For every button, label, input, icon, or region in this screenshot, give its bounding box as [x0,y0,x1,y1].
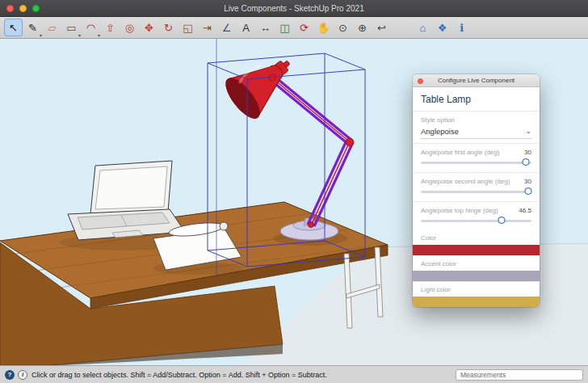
titlebar: Live Components - SketchUp Pro 2021 [0,0,588,17]
push-pull-icon: ⇧ [106,23,115,33]
lamp-elbow-hinge [346,138,354,146]
section-plane-icon: ◫ [279,23,289,33]
3d-warehouse-icon: ⌂ [420,23,426,33]
configure-live-component-panel: Configure Live Component Table Lamp Styl… [413,74,540,307]
protractor-icon: ∠ [222,23,232,33]
eraser-icon: ▱ [48,23,57,33]
zoom-extents-icon: ⊕ [358,23,367,33]
slider-row-1: Anglepoise second angle (deg)30 [413,173,540,202]
window-title: Live Components - SketchUp Pro 2021 [224,4,363,13]
style-option-row: Style option Anglepoise ⌄ [413,112,540,144]
model-canvas[interactable]: Configure Live Component Table Lamp Styl… [0,39,588,365]
lamp-base-hinge [309,222,314,228]
tape-measure-tool[interactable]: ⇥ [198,19,216,36]
orbit-tool[interactable]: ⟳ [295,19,313,36]
color-swatch[interactable] [413,297,540,307]
slider-thumb[interactable] [498,217,506,224]
shapes-icon: ▭ [66,23,76,33]
section-plane-tool[interactable]: ◫ [275,19,294,36]
extension-warehouse-icon: ❖ [438,23,447,33]
extension-warehouse-button[interactable]: ❖ [433,19,452,36]
style-option-select[interactable]: Anglepoise ⌄ [421,124,531,139]
status-icons: ?i [5,370,27,380]
slider-label: Anglepoise top hinge (deg) [421,207,498,214]
slider-value: 30 [524,178,531,185]
panel-sliders: Anglepoise first angle (deg)30Anglepoise… [413,144,540,230]
arc-icon: ◠ [86,23,95,33]
zoom-icon: ⊙ [338,23,347,33]
window-controls [6,5,40,12]
slider-track[interactable] [421,220,531,222]
status-hint: Click or drag to select objects. Shift =… [32,371,327,379]
offset-tool[interactable]: ◎ [120,19,139,36]
panel-colors: ColorAccent colorLight color [413,230,540,307]
slider-value: 46.5 [519,207,531,214]
orbit-icon: ⟳ [300,23,309,33]
offset-icon: ◎ [125,23,134,33]
zoom-window-button[interactable] [32,5,40,12]
eraser-tool[interactable]: ▱ [43,19,61,36]
slider-label: Anglepoise first angle (deg) [421,149,499,156]
zoom-tool[interactable]: ⊙ [334,19,352,36]
info-icon[interactable]: i [18,370,27,380]
move-tool[interactable]: ✥ [140,19,158,36]
close-window-button[interactable] [6,5,14,12]
dimension-tool[interactable]: ↔ [256,19,275,36]
select-tool[interactable]: ↖ [4,19,23,36]
zoom-extents-tool[interactable]: ⊕ [353,19,372,36]
color-label: Accent color [413,260,540,267]
style-option-label: Style option [421,116,531,124]
previous-view-icon: ↩ [377,23,386,33]
color-row-1: Accent color [413,256,540,282]
slider-label: Anglepoise second angle (deg) [421,178,510,185]
minimize-window-button[interactable] [19,5,27,12]
rotate-icon: ↻ [164,23,173,33]
dimension-icon: ↔ [260,23,271,33]
slider-track[interactable] [421,162,531,164]
scale-icon: ◱ [183,23,192,33]
text-tool[interactable]: A [237,19,255,36]
push-pull-tool[interactable]: ⇧ [101,19,120,36]
arc-tool[interactable]: ◠▾ [82,19,100,36]
color-swatch[interactable] [413,245,540,255]
measurements-input[interactable]: Measurements [456,369,583,381]
shapes-tool[interactable]: ▭▾ [62,19,81,36]
3d-warehouse-button[interactable]: ⌂ [414,19,432,36]
slider-track[interactable] [421,191,531,193]
dropdown-caret-icon: ▾ [78,32,81,38]
slider-row-2: Anglepoise top hinge (deg)46.5 [413,202,540,230]
previous-view-tool[interactable]: ↩ [372,19,391,36]
help-icon[interactable]: ? [5,370,15,380]
rotate-tool[interactable]: ↻ [159,19,178,36]
move-icon: ✥ [145,23,153,33]
line-tool[interactable]: ✎▾ [23,19,42,36]
style-option-value: Anglepoise [421,127,459,136]
toolbar-tools: ↖✎▾▱▭▾◠▾⇧◎✥↻◱⇥∠A↔◫⟳✋⊙⊕↩⌂❖ℹ [4,19,471,36]
statusbar: ?i Click or drag to select objects. Shif… [0,365,588,383]
panel-titlebar[interactable]: Configure Live Component [413,74,540,87]
scale-tool[interactable]: ◱ [178,19,197,36]
pan-tool[interactable]: ✋ [314,19,333,36]
pan-icon: ✋ [317,23,330,33]
protractor-tool[interactable]: ∠ [217,19,236,36]
slider-value: 30 [524,149,531,156]
color-row-0: Color [413,230,540,256]
model-info-button[interactable]: ℹ [452,19,471,36]
line-icon: ✎ [28,23,37,33]
toolbar: ↖✎▾▱▭▾◠▾⇧◎✥↻◱⇥∠A↔◫⟳✋⊙⊕↩⌂❖ℹ [0,17,588,39]
text-icon: A [242,23,250,33]
color-label: Light color [413,286,540,293]
model-info-icon: ℹ [460,23,464,33]
sketchup-window: Live Components - SketchUp Pro 2021 ↖✎▾▱… [0,0,588,383]
select-icon: ↖ [9,23,18,33]
slider-thumb[interactable] [523,158,530,166]
color-swatch[interactable] [413,271,540,281]
color-row-2: Light color [413,282,540,307]
dropdown-caret-icon: ▾ [98,32,100,38]
slider-row-0: Anglepoise first angle (deg)30 [413,144,540,173]
slider-thumb[interactable] [524,187,531,195]
panel-close-button[interactable] [418,78,423,84]
dropdown-caret-icon: ▾ [40,32,42,38]
color-label: Color [413,234,540,242]
panel-title: Configure Live Component [438,77,514,84]
